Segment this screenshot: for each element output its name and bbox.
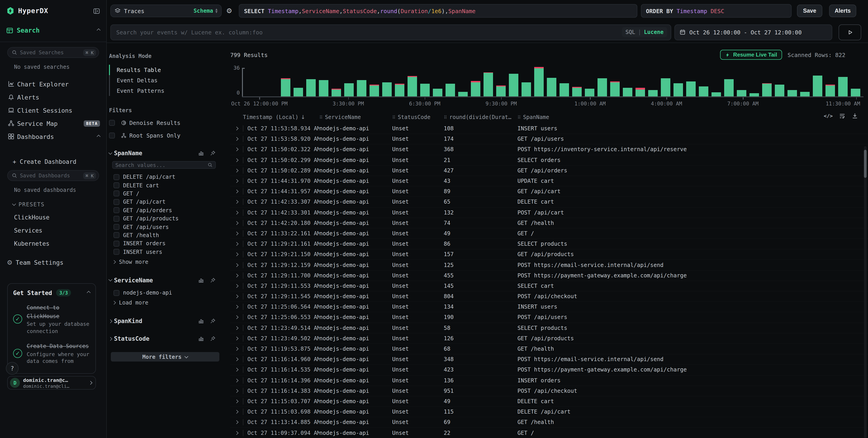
get-started-item[interactable]: Add Data: [13, 371, 90, 374]
preset-item[interactable]: Kubernetes: [14, 240, 106, 247]
table-row[interactable]: Oct 27 11:44:31.970 AM nodejs-demo-api U…: [230, 176, 868, 186]
row-expand-chevron[interactable]: [230, 264, 243, 266]
row-expand-chevron[interactable]: [230, 285, 243, 287]
table-row[interactable]: Oct 27 11:42:33.301 AM nodejs-demo-api U…: [230, 207, 868, 218]
table-row[interactable]: Oct 27 11:16:14.396 AM nodejs-demo-api U…: [230, 375, 868, 386]
filter-option[interactable]: INSERT users: [114, 248, 216, 256]
row-expand-chevron[interactable]: [230, 138, 243, 141]
row-expand-chevron[interactable]: [230, 158, 243, 161]
order-by-input[interactable]: ORDER BY Timestamp DESC: [641, 4, 792, 18]
column-header-servicename[interactable]: ⠿ ServiceName: [319, 114, 392, 120]
column-header-duration[interactable]: ⠿ round(divide(Durat…: [444, 114, 518, 120]
row-expand-chevron[interactable]: [230, 169, 243, 172]
event-search-input[interactable]: [116, 29, 622, 35]
column-chart-icon[interactable]: [198, 318, 204, 324]
root-spans-only-toggle[interactable]: Root Spans Only: [109, 132, 216, 139]
table-row[interactable]: Oct 27 11:16:14.383 AM nodejs-demo-api U…: [230, 386, 868, 396]
table-row[interactable]: Oct 27 11:25:06.553 AM nodejs-demo-api U…: [230, 313, 868, 323]
run-query-button[interactable]: [839, 24, 861, 40]
drag-handle-icon[interactable]: ⠿: [444, 115, 447, 120]
checkbox[interactable]: [114, 232, 119, 238]
user-profile-button[interactable]: D dominic.tran@c… dominic.tran@cli…: [7, 376, 96, 389]
row-expand-chevron[interactable]: [230, 274, 243, 277]
row-expand-chevron[interactable]: [230, 316, 243, 319]
download-icon[interactable]: [852, 113, 858, 119]
chevron-up-icon[interactable]: [87, 291, 91, 295]
source-settings-gear-icon[interactable]: ⚙: [226, 7, 232, 15]
checkbox[interactable]: [114, 224, 119, 230]
load-more-button[interactable]: Load more: [113, 299, 216, 307]
table-row[interactable]: Oct 27 11:23:49.502 AM nodejs-demo-api U…: [230, 333, 868, 344]
view-source-icon[interactable]: </>: [824, 113, 833, 119]
row-expand-chevron[interactable]: [230, 201, 243, 203]
sidebar-item-dashboards[interactable]: Dashboards: [0, 130, 106, 143]
column-header-statuscode[interactable]: ⠿ StatusCode: [392, 114, 444, 120]
row-expand-chevron[interactable]: [230, 421, 243, 424]
pin-icon[interactable]: [210, 150, 216, 156]
presets-toggle[interactable]: PRESETS: [13, 201, 106, 208]
column-chart-icon[interactable]: [198, 278, 204, 283]
filter-option[interactable]: GET /health: [114, 231, 216, 239]
table-row[interactable]: Oct 27 11:53:58.934 AM nodejs-demo-api U…: [230, 123, 868, 134]
checkbox[interactable]: [114, 290, 119, 296]
checkbox[interactable]: [114, 215, 119, 222]
table-row[interactable]: Oct 27 11:53:58.920 AM nodejs-demo-api U…: [230, 134, 868, 144]
analysis-mode-item[interactable]: Results Table: [109, 65, 216, 75]
table-row[interactable]: Oct 27 11:42:20.180 AM nodejs-demo-api U…: [230, 218, 868, 228]
checkbox[interactable]: [114, 182, 119, 188]
drag-handle-icon[interactable]: ⠿: [392, 115, 396, 120]
row-expand-chevron[interactable]: [230, 348, 243, 350]
table-row[interactable]: Oct 27 11:19:53.875 AM nodejs-demo-api U…: [230, 344, 868, 354]
filter-option[interactable]: GET /api/users: [114, 223, 216, 231]
column-chart-icon[interactable]: [198, 336, 204, 342]
lucene-option[interactable]: Lucene: [644, 29, 663, 35]
filter-option[interactable]: GET /api/orders: [114, 206, 216, 214]
sidebar-item-search[interactable]: Search: [0, 22, 106, 39]
save-button[interactable]: Save: [797, 4, 822, 17]
pin-icon[interactable]: [210, 278, 216, 283]
checkbox[interactable]: [114, 174, 119, 180]
row-expand-chevron[interactable]: [230, 253, 243, 256]
table-row[interactable]: Oct 27 11:15:03.698 AM nodejs-demo-api U…: [230, 407, 868, 417]
column-chart-icon[interactable]: [198, 150, 204, 156]
time-range-picker[interactable]: Oct 26 12:00:00 - Oct 27 12:00:00: [674, 24, 832, 40]
vertical-scrollbar[interactable]: [864, 146, 867, 438]
filter-option[interactable]: INSERT orders: [114, 239, 216, 248]
sidebar-item-alerts[interactable]: Alerts: [0, 90, 106, 104]
filter-group-header[interactable]: SpanName: [109, 150, 216, 156]
table-row[interactable]: Oct 27 11:50:02.289 AM nodejs-demo-api U…: [230, 166, 868, 176]
source-select[interactable]: Traces Schema ▲▼: [111, 4, 222, 17]
table-row[interactable]: Oct 27 11:29:12.159 AM nodejs-demo-api U…: [230, 260, 868, 270]
drag-handle-icon[interactable]: ⠿: [518, 115, 521, 120]
events-histogram[interactable]: 36 0 Oct 26 12:00:00 PM3:30:00 PM6:30:00…: [242, 66, 864, 107]
sidebar-item-chart-explorer[interactable]: Chart Explorer: [0, 77, 106, 90]
get-started-item[interactable]: ✓ Create Data Sources Configure where yo…: [13, 341, 90, 365]
row-expand-chevron[interactable]: [230, 222, 243, 225]
column-header-spanname[interactable]: ⠿ SpanName: [518, 114, 827, 120]
table-row[interactable]: Oct 27 11:16:14.535 AM nodejs-demo-api U…: [230, 365, 868, 375]
table-row[interactable]: Oct 27 11:09:37.094 AM nodejs-demo-api U…: [230, 428, 868, 438]
filter-option[interactable]: GET /api/cart: [114, 198, 216, 206]
create-dashboard-button[interactable]: + Create Dashboard: [13, 158, 106, 165]
filter-group-header[interactable]: SpanKind: [109, 318, 216, 325]
table-row[interactable]: Oct 27 11:29:21.161 AM nodejs-demo-api U…: [230, 239, 868, 249]
analysis-mode-item[interactable]: Event Patterns: [109, 86, 216, 96]
filter-values-search[interactable]: [112, 161, 216, 169]
checkbox[interactable]: [109, 133, 115, 139]
column-header-timestamp[interactable]: Timestamp (Local) ↓: [243, 114, 319, 120]
sidebar-item-team-settings[interactable]: ⚙ Team Settings: [7, 259, 106, 266]
table-row[interactable]: Oct 27 11:42:33.307 AM nodejs-demo-api U…: [230, 197, 868, 207]
filter-values-search-input[interactable]: [115, 162, 208, 168]
saved-searches-input[interactable]: ⌘ K: [7, 47, 99, 58]
table-row[interactable]: Oct 27 11:33:22.161 AM nodejs-demo-api U…: [230, 229, 868, 239]
filter-option[interactable]: GET /api/products: [114, 214, 216, 223]
wrap-text-icon[interactable]: [839, 113, 845, 119]
checkbox[interactable]: [114, 207, 119, 213]
preset-item[interactable]: Services: [14, 227, 106, 234]
checkbox[interactable]: [109, 120, 115, 126]
row-expand-chevron[interactable]: [230, 190, 243, 193]
table-row[interactable]: Oct 27 11:50:02.299 AM nodejs-demo-api U…: [230, 155, 868, 165]
filter-option[interactable]: DELETE cart: [114, 181, 216, 189]
table-row[interactable]: Oct 27 11:29:11.545 AM nodejs-demo-api U…: [230, 291, 868, 302]
saved-searches-field[interactable]: [20, 49, 83, 56]
